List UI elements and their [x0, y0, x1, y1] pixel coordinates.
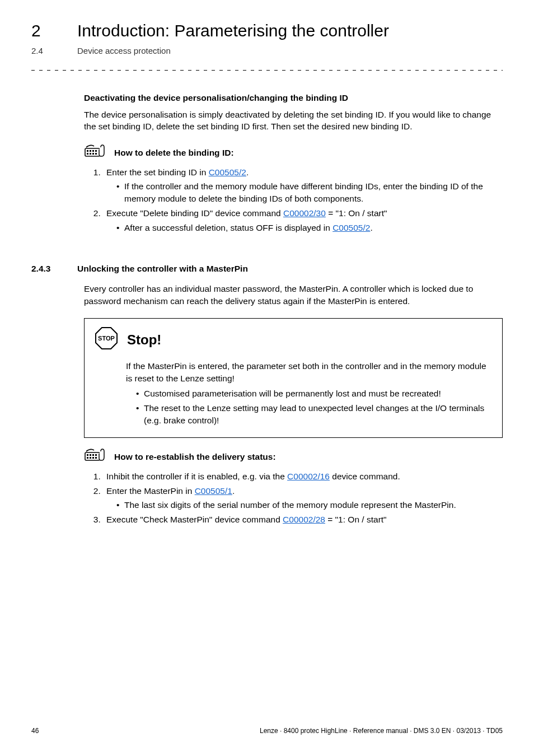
text: = "1: On / start" [326, 208, 387, 218]
para-deactivating: The device personalisation is simply dea… [84, 109, 503, 133]
delete-step-2: Execute "Delete binding ID" device comma… [103, 207, 503, 234]
link-c00505-1[interactable]: C00505/1 [195, 486, 232, 496]
delete-step-2-bullet: After a successful deletion, status OFF … [116, 222, 503, 234]
divider-dashes [31, 70, 503, 71]
subsection-title: Unlocking the controller with a MasterPi… [77, 263, 248, 275]
footer-text: Lenze · 8400 protec HighLine · Reference… [260, 726, 503, 736]
chapter-title: Introduction: Parameterising the control… [77, 19, 389, 43]
reestablish-step-2-bullet: The last six digits of the serial number… [116, 499, 503, 511]
subsection-number: 2.4.3 [31, 263, 53, 275]
svg-rect-13 [90, 454, 91, 456]
reestablish-steps-list: Inhibit the controller if it is enabled,… [84, 470, 503, 526]
reestablish-step-2: Enter the MasterPin in C00505/1. The las… [103, 485, 503, 511]
stop-box: STOP Stop! If the MasterPin is entered, … [84, 318, 503, 438]
link-c00505-2-b[interactable]: C00505/2 [332, 223, 370, 232]
svg-rect-7 [92, 153, 94, 155]
delete-step-1-bullet: If the controller and the memory module … [116, 180, 503, 204]
svg-rect-16 [87, 457, 88, 459]
text: = "1: On / start" [325, 515, 387, 524]
howto-delete-label: How to delete the binding ID: [114, 147, 234, 159]
svg-rect-1 [87, 150, 88, 152]
svg-rect-17 [90, 457, 91, 459]
svg-rect-14 [92, 454, 94, 456]
keyboard-hand-icon [84, 143, 106, 163]
svg-rect-5 [87, 153, 88, 155]
delete-step-1: Enter the set binding ID in C00505/2. If… [103, 166, 503, 205]
stop-para: If the MasterPin is entered, the paramet… [126, 360, 492, 384]
svg-rect-4 [95, 150, 97, 152]
stop-icon: STOP [95, 326, 118, 353]
text: Execute "Check MasterPin" device command [106, 515, 283, 524]
svg-rect-11 [85, 452, 100, 460]
stop-title: Stop! [127, 330, 161, 349]
chapter-number: 2 [31, 19, 53, 43]
link-c00002-16[interactable]: C00002/16 [287, 472, 330, 481]
howto-reestablish-label: How to re-establish the delivery status: [114, 451, 276, 463]
keyboard-hand-icon [84, 447, 106, 467]
text: Execute "Delete binding ID" device comma… [106, 208, 283, 218]
svg-rect-3 [92, 150, 94, 152]
heading-deactivating: Deactivating the device personalisation/… [84, 92, 503, 104]
svg-rect-2 [90, 150, 91, 152]
link-c00505-2[interactable]: C00505/2 [209, 167, 246, 177]
section-number: 2.4 [31, 45, 53, 57]
svg-text:STOP: STOP [98, 335, 115, 342]
delete-steps-list: Enter the set binding ID in C00505/2. If… [84, 166, 503, 234]
svg-rect-8 [95, 153, 97, 155]
text: . [370, 223, 372, 232]
stop-bullet-2: The reset to the Lenze setting may lead … [136, 402, 492, 426]
section-title: Device access protection [77, 45, 171, 57]
reestablish-step-3: Execute "Check MasterPin" device command… [103, 514, 503, 526]
stop-bullet-1: Customised parameterisation will be perm… [136, 388, 492, 400]
svg-rect-18 [92, 457, 94, 459]
svg-rect-6 [90, 153, 91, 155]
text: Enter the MasterPin in [106, 486, 195, 496]
svg-rect-15 [95, 454, 97, 456]
text: Enter the set binding ID in [106, 167, 209, 177]
link-c00002-30[interactable]: C00002/30 [283, 208, 326, 218]
text: . [232, 486, 235, 496]
svg-rect-12 [87, 454, 88, 456]
link-c00002-28[interactable]: C00002/28 [283, 515, 325, 524]
para-masterpin: Every controller has an individual maste… [84, 283, 503, 307]
svg-rect-0 [85, 148, 100, 156]
text: device command. [330, 472, 400, 481]
reestablish-step-1: Inhibit the controller if it is enabled,… [103, 470, 503, 483]
text: Inhibit the controller if it is enabled,… [106, 472, 287, 481]
page-number: 46 [31, 726, 39, 736]
svg-rect-19 [95, 457, 97, 459]
text: After a successful deletion, status OFF … [124, 223, 332, 232]
text: . [246, 167, 249, 177]
